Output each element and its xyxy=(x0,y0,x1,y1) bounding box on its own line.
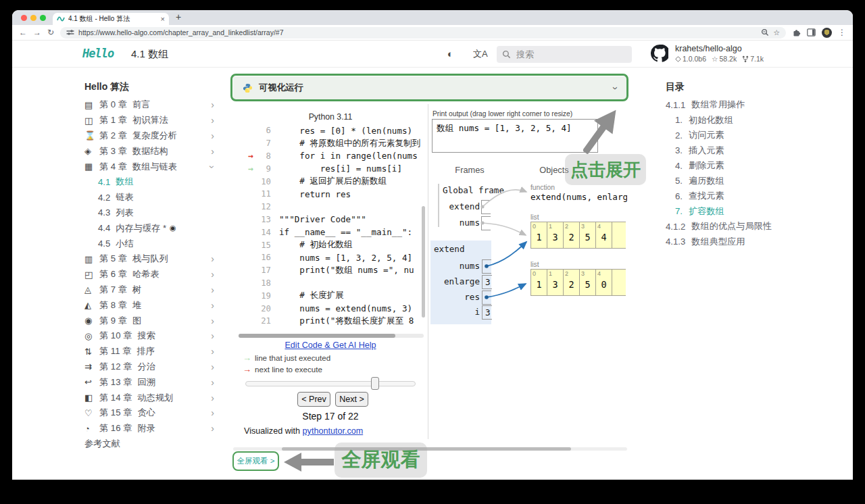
tab-title: 4.1 数组 - Hello 算法 xyxy=(68,14,157,24)
search-input[interactable] xyxy=(516,49,618,59)
sidebar-item[interactable]: 4.2链表 xyxy=(84,190,220,205)
profile-avatar[interactable] xyxy=(822,28,832,38)
sidebar-chapter[interactable]: ↩第 13 章回溯› xyxy=(84,374,220,390)
python-icon xyxy=(243,83,253,93)
zoom-icon[interactable] xyxy=(761,28,769,36)
green-arrow-icon: → xyxy=(243,353,251,363)
tab-close-icon[interactable]: × xyxy=(161,15,165,23)
prev-button[interactable]: < Prev xyxy=(297,392,330,407)
toc-item[interactable]: 4.1.2数组的优点与局限性 xyxy=(666,219,828,234)
stack-icon: ▥ xyxy=(84,254,99,264)
tab-strip: 4.1 数组 - Hello 算法 × + xyxy=(12,10,853,25)
toc-item[interactable]: 4.1.3数组典型应用 xyxy=(666,234,828,250)
fullscreen-link[interactable]: 全屏观看 > xyxy=(232,451,279,471)
sidebar-chapter[interactable]: ⇅第 11 章排序› xyxy=(84,344,220,359)
side-panel-icon[interactable] xyxy=(807,28,816,36)
code-line: 20 nums = extend(nums, 3) xyxy=(237,302,424,315)
code-line: 21 print("将数组长度扩展至 8 xyxy=(237,315,424,328)
reload-icon[interactable]: ↻ xyxy=(47,28,54,37)
forward-icon[interactable]: → xyxy=(33,28,41,37)
list-cell: 44 xyxy=(595,222,612,249)
github-repo-link[interactable]: krahets/hello-algo 1.0.0b6 ☆58.2k 7.1k xyxy=(651,44,764,63)
sidebar-chapter[interactable]: ♡第 15 章贪心› xyxy=(84,405,220,421)
sidebar-chapter[interactable]: ◧第 14 章动态规划› xyxy=(84,390,220,405)
appendix-icon: ◔ xyxy=(84,424,99,434)
code-vertical-scrollbar[interactable] xyxy=(422,206,425,318)
object-list-0: 0113223544 xyxy=(530,222,626,250)
chevron-right-icon: › xyxy=(211,130,214,141)
sidebar-chapter[interactable]: ◔第 16 章附录› xyxy=(84,421,220,436)
chevron-down-icon[interactable]: › xyxy=(610,86,622,90)
site-settings-icon[interactable] xyxy=(66,28,74,36)
back-icon[interactable]: ← xyxy=(19,28,27,37)
site-logo[interactable]: Hello xyxy=(82,47,114,60)
step-slider[interactable] xyxy=(245,381,416,386)
fullscreen-arrow-icon xyxy=(284,453,334,472)
toc-item[interactable]: 3.插入元素 xyxy=(666,143,828,159)
variable-value: 3 xyxy=(482,275,492,289)
sidebar-chapter[interactable]: ▥第 5 章栈与队列› xyxy=(84,251,220,267)
next-button[interactable]: Next > xyxy=(335,392,368,407)
sidebar-item[interactable]: 4.1数组 xyxy=(84,174,220,190)
sidebar-item[interactable]: 4.5小结 xyxy=(84,236,220,251)
sidebar-chapter[interactable]: ◬第 7 章树› xyxy=(84,282,220,298)
toc-item[interactable]: 2.访问元素 xyxy=(666,128,828,143)
maximize-window-button[interactable] xyxy=(40,15,46,21)
sidebar-site-title[interactable]: Hello 算法 xyxy=(84,81,220,97)
sidebar-chapter[interactable]: ▦第 4 章数组与链表› xyxy=(84,159,220,174)
search-box[interactable] xyxy=(497,46,632,63)
page-title: 4.1 数组 xyxy=(131,48,168,61)
edit-code-link[interactable]: Edit Code & Get AI Help xyxy=(240,341,421,350)
slider-thumb[interactable] xyxy=(371,377,379,390)
code-horizontal-scrollbar[interactable] xyxy=(239,334,424,338)
github-icon xyxy=(651,45,668,62)
list-cell: 22 xyxy=(563,222,580,249)
toc-item[interactable]: 1.初始化数组 xyxy=(666,113,828,128)
minimize-window-button[interactable] xyxy=(30,15,36,21)
print-output-box[interactable]: 数组 nums = [1, 3, 2, 5, 4] xyxy=(432,119,598,153)
sidebar-item[interactable]: 4.3列表 xyxy=(84,205,220,221)
bookmark-star-icon[interactable]: ☆ xyxy=(773,28,780,37)
chevron-right-icon: › xyxy=(211,146,214,157)
toc-item[interactable]: 6.查找元素 xyxy=(666,188,828,204)
chevron-right-icon: › xyxy=(211,269,214,280)
sidebar-chapter[interactable]: ◫第 1 章初识算法› xyxy=(84,113,220,128)
chevron-right-icon: › xyxy=(211,284,214,295)
sidebar-chapter[interactable]: ⇉第 12 章分治› xyxy=(84,359,220,375)
visual-run-panel-header[interactable]: 可视化运行 › xyxy=(233,76,627,99)
chevron-right-icon: › xyxy=(211,361,214,372)
toc-item[interactable]: 4.删除元素 xyxy=(666,158,828,174)
toc-item[interactable]: 5.遍历数组 xyxy=(666,174,828,189)
list-cell: 01 xyxy=(530,269,547,296)
sidebar-item[interactable]: 4.4内存与缓存 *◉ xyxy=(84,220,220,236)
list-cell xyxy=(612,222,626,249)
sidebar-chapter[interactable]: ◉第 9 章图› xyxy=(84,313,220,328)
panel-horizontal-scrollbar[interactable] xyxy=(233,447,627,451)
data-structure-icon: ◈ xyxy=(84,146,99,156)
new-tab-button[interactable]: + xyxy=(176,11,181,22)
url-bar[interactable]: https://www.hello-algo.com/chapter_array… xyxy=(60,27,786,39)
sidebar-chapter[interactable]: ◈第 3 章数据结构› xyxy=(84,143,220,159)
variable-ref xyxy=(482,291,491,305)
chevron-right-icon: › xyxy=(211,330,214,341)
sidebar-chapter[interactable]: ◭第 8 章堆› xyxy=(84,297,220,313)
greedy-icon: ♡ xyxy=(84,408,99,418)
sidebar-chapter[interactable]: ▤第 0 章前言› xyxy=(84,97,220,113)
sidebar-chapter[interactable]: ◰第 6 章哈希表› xyxy=(84,267,220,282)
sidebar-chapter[interactable]: ◎第 10 章搜索› xyxy=(84,328,220,344)
translate-icon[interactable]: 文A xyxy=(473,48,488,60)
toc-item[interactable]: 4.1.1数组常用操作 xyxy=(666,97,828,113)
close-window-button[interactable] xyxy=(21,15,27,21)
menu-dots-icon[interactable]: ⋮ xyxy=(838,28,846,37)
toc-title: 目录 xyxy=(666,81,828,97)
extensions-icon[interactable] xyxy=(792,28,801,37)
chevron-right-icon: › xyxy=(211,99,214,110)
theme-toggle-icon[interactable]: ◐ xyxy=(447,48,453,59)
star-icon: ☆ xyxy=(712,55,718,63)
pythontutor-link[interactable]: pythontutor.com xyxy=(303,426,364,436)
toc-item[interactable]: 7.扩容数组 xyxy=(666,204,828,220)
browser-tab[interactable]: 4.1 数组 - Hello 算法 × xyxy=(53,13,169,25)
sidebar-link[interactable]: 参考文献 xyxy=(84,436,220,452)
next-line-arrow-icon: → xyxy=(237,151,255,161)
sidebar-chapter[interactable]: ⌛第 2 章复杂度分析› xyxy=(84,128,220,144)
